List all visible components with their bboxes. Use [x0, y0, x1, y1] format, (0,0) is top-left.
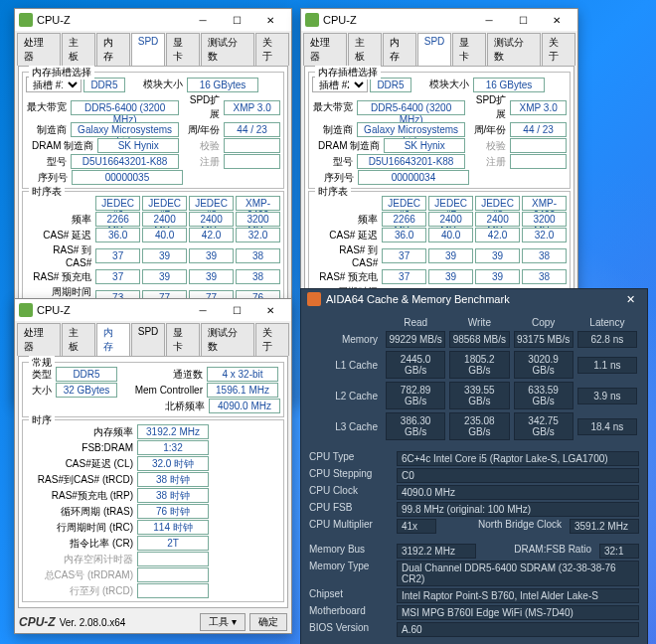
maximize-button[interactable]: ☐: [506, 10, 540, 30]
timing-cell: 2266 MHz: [95, 212, 140, 227]
dram-freq: 3192.2 MHz: [137, 424, 209, 439]
close-button[interactable]: ✕: [253, 10, 287, 30]
tab-memory[interactable]: 内存: [96, 33, 130, 66]
tab-bench[interactable]: 测试分数: [201, 33, 254, 66]
bench-cell: 782.89 GB/s: [386, 382, 445, 409]
week-label: 周/年份: [181, 123, 222, 137]
rank-value: [224, 138, 280, 153]
tab-about[interactable]: 关于: [255, 323, 289, 356]
tab-memory[interactable]: 内存: [383, 33, 416, 66]
minimize-button[interactable]: ─: [472, 10, 506, 30]
timing-cell: 36.0: [95, 228, 140, 242]
tab-bar: 处理器 主板 内存 SPD 显卡 测试分数 关于: [15, 31, 291, 66]
timing-cell: 39: [189, 269, 234, 284]
bench-cell: 386.30 GB/s: [386, 412, 445, 440]
bench-cell: 1805.2 GB/s: [449, 351, 509, 379]
bench-cell: 98568 MB/s: [449, 331, 509, 348]
titlebar[interactable]: AIDA64 Cache & Memory Benchmark ✕: [301, 289, 647, 309]
col-copy: Copy: [512, 317, 575, 328]
tab-cpu[interactable]: 处理器: [17, 33, 61, 66]
tab-spd[interactable]: SPD: [131, 33, 166, 66]
maxbw-value: DDR5-6400 (3200 MHz): [71, 100, 179, 115]
tab-graphics[interactable]: 显卡: [452, 33, 486, 66]
part-label: 型号: [26, 155, 69, 169]
timing-cell: 38: [522, 269, 567, 284]
close-button[interactable]: ✕: [620, 293, 641, 306]
tools-button[interactable]: 工具 ▾: [200, 613, 246, 631]
tab-about[interactable]: 关于: [542, 33, 575, 66]
mem-bus: 3192.2 MHz: [397, 544, 476, 559]
close-button[interactable]: ✕: [540, 10, 574, 30]
cpu-stepping: C0: [397, 468, 639, 483]
col-read: Read: [384, 317, 447, 328]
bench-cell: 342.75 GB/s: [514, 412, 574, 440]
ok-button[interactable]: 确定: [249, 613, 287, 631]
col-jedec8: JEDEC #8: [189, 196, 234, 211]
tab-spd[interactable]: SPD: [131, 323, 166, 356]
timing-cell: 32.0: [522, 228, 567, 242]
tab-bench[interactable]: 测试分数: [487, 33, 541, 66]
motherboard: MSI MPG B760I Edge WiFi (MS-7D40): [397, 605, 639, 620]
tab-spd[interactable]: SPD: [417, 33, 452, 66]
cl: 32.0 时钟: [137, 456, 209, 471]
tab-graphics[interactable]: 显卡: [166, 323, 200, 356]
maximize-button[interactable]: ☐: [220, 300, 253, 320]
bench-row-label: Memory: [309, 334, 384, 345]
cr: 2T: [137, 536, 209, 551]
spdext-value: XMP 3.0: [224, 100, 280, 115]
titlebar[interactable]: CPU-Z ─ ☐ ✕: [301, 9, 577, 31]
timing-cell: 38: [236, 269, 280, 284]
mfr-label: 制造商: [26, 123, 69, 137]
bench-row-label: L3 Cache: [309, 421, 384, 432]
cpuz-icon: [19, 13, 33, 27]
maximize-button[interactable]: ☐: [220, 10, 253, 30]
timing-label: RAS# 预充电: [26, 270, 93, 284]
timing-cell: 37: [382, 269, 426, 284]
timing-label: CAS# 延迟: [312, 229, 380, 242]
tab-cpu[interactable]: 处理器: [303, 33, 347, 66]
timing-cell: 37: [382, 248, 426, 263]
col-jedec7: JEDEC #7: [142, 196, 187, 211]
dram-label: DRAM 制造商: [26, 139, 95, 153]
aida-icon: [307, 292, 321, 306]
sn-value: 00000035: [72, 170, 183, 185]
dram-value: SK Hynix: [97, 138, 179, 153]
sn-label: 序列号: [26, 171, 70, 185]
bench-cell: 62.8 ns: [577, 331, 637, 348]
bench-cell: 3.9 ns: [577, 388, 637, 404]
timing-label: 频率: [26, 213, 93, 227]
tab-mainboard[interactable]: 主板: [348, 33, 382, 66]
tab-about[interactable]: 关于: [255, 33, 289, 66]
slot-group-title: 内存插槽选择: [29, 66, 94, 80]
tab-mainboard[interactable]: 主板: [62, 323, 95, 356]
tab-memory[interactable]: 内存: [96, 323, 130, 356]
minimize-button[interactable]: ─: [186, 10, 220, 30]
aida64-window: AIDA64 Cache & Memory Benchmark ✕ Read W…: [300, 288, 648, 644]
timing-cell: 39: [142, 269, 187, 284]
minimize-button[interactable]: ─: [186, 300, 220, 320]
tab-graphics[interactable]: 显卡: [166, 33, 200, 66]
titlebar[interactable]: CPU-Z ─ ☐ ✕: [15, 299, 291, 321]
bench-cell: 633.59 GB/s: [514, 382, 574, 409]
bench-cell: 339.55 GB/s: [449, 382, 509, 409]
trcd: 38 时钟: [137, 472, 209, 487]
timing-cell: 42.0: [189, 228, 234, 242]
timing-label: CAS# 延迟: [26, 229, 93, 242]
tab-cpu[interactable]: 处理器: [17, 323, 61, 356]
cpuz-icon: [19, 303, 33, 317]
col-xmp: XMP-6400: [236, 196, 280, 211]
tab-bench[interactable]: 测试分数: [201, 323, 254, 356]
cpuz-icon: [305, 13, 319, 27]
spdext-label: SPD扩展: [181, 93, 222, 121]
nb-clock: 3591.2 MHz: [570, 519, 639, 534]
bench-cell: 93175 MB/s: [514, 331, 574, 348]
titlebar[interactable]: CPU-Z ─ ☐ ✕: [15, 9, 291, 31]
timing-cell: 37: [95, 269, 140, 284]
timing-cell: 39: [428, 248, 473, 263]
cpu-mul: 41x: [397, 519, 436, 534]
close-button[interactable]: ✕: [253, 300, 287, 320]
mem-size: 32 GBytes: [56, 383, 117, 398]
bench-cell: 1.1 ns: [577, 357, 637, 374]
col-latency: Latency: [575, 317, 639, 328]
tab-mainboard[interactable]: 主板: [62, 33, 95, 66]
